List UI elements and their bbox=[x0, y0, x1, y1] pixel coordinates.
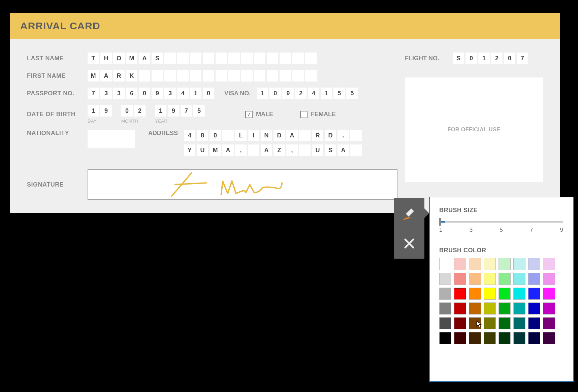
color-swatch[interactable] bbox=[543, 332, 555, 344]
char-cell[interactable] bbox=[222, 130, 234, 141]
char-cell[interactable] bbox=[292, 53, 304, 64]
char-cell[interactable] bbox=[190, 70, 201, 81]
char-cell[interactable]: 5 bbox=[333, 88, 345, 99]
char-cell[interactable]: 7 bbox=[517, 53, 528, 64]
brush-tool-button[interactable] bbox=[394, 198, 424, 228]
color-swatch[interactable] bbox=[543, 302, 555, 315]
char-cell[interactable] bbox=[203, 53, 214, 64]
color-swatch[interactable] bbox=[528, 317, 540, 329]
char-cell[interactable] bbox=[152, 70, 163, 81]
char-cell[interactable] bbox=[248, 144, 259, 156]
cells-dob-day[interactable]: 19 bbox=[88, 105, 112, 117]
color-swatch[interactable] bbox=[528, 258, 540, 270]
char-cell[interactable]: 7 bbox=[181, 105, 192, 117]
color-swatch[interactable] bbox=[513, 332, 525, 344]
color-swatch[interactable] bbox=[454, 302, 466, 315]
char-cell[interactable]: 1 bbox=[88, 105, 99, 117]
color-swatch[interactable] bbox=[469, 302, 481, 315]
char-cell[interactable]: 0 bbox=[210, 130, 221, 141]
color-swatch[interactable] bbox=[454, 273, 466, 285]
char-cell[interactable]: 0 bbox=[504, 53, 515, 64]
color-swatch[interactable] bbox=[528, 288, 540, 300]
color-swatch[interactable] bbox=[513, 273, 525, 285]
cells-dob-year[interactable]: 1975 bbox=[155, 105, 205, 117]
char-cell[interactable]: 3 bbox=[100, 88, 112, 99]
color-swatch[interactable] bbox=[484, 288, 496, 300]
char-cell[interactable] bbox=[216, 53, 227, 64]
char-cell[interactable] bbox=[203, 70, 214, 81]
color-swatch[interactable] bbox=[484, 258, 496, 270]
char-cell[interactable]: 3 bbox=[113, 88, 125, 99]
color-swatch[interactable] bbox=[543, 288, 555, 300]
char-cell[interactable]: 2 bbox=[491, 53, 503, 64]
char-cell[interactable]: T bbox=[88, 53, 99, 64]
char-cell[interactable] bbox=[228, 70, 240, 81]
color-swatch[interactable] bbox=[528, 273, 540, 285]
signature-box[interactable] bbox=[88, 169, 397, 200]
char-cell[interactable]: 4 bbox=[177, 88, 189, 99]
char-cell[interactable] bbox=[299, 144, 311, 156]
char-cell[interactable]: 1 bbox=[190, 88, 201, 99]
color-swatch[interactable] bbox=[454, 317, 466, 329]
checkbox-male[interactable]: ✓ MALE bbox=[245, 111, 273, 118]
char-cell[interactable] bbox=[139, 70, 150, 81]
char-cell[interactable] bbox=[267, 53, 278, 64]
color-swatch[interactable] bbox=[513, 258, 525, 270]
char-cell[interactable]: A bbox=[100, 70, 112, 81]
char-cell[interactable]: O bbox=[113, 53, 125, 64]
color-swatch[interactable] bbox=[484, 273, 496, 285]
cells-flight[interactable]: S01207 bbox=[453, 53, 528, 64]
char-cell[interactable] bbox=[228, 53, 240, 64]
color-swatch[interactable] bbox=[543, 273, 555, 285]
nationality-box[interactable] bbox=[88, 130, 135, 148]
color-swatch[interactable] bbox=[469, 332, 481, 344]
char-cell[interactable]: Z bbox=[274, 144, 285, 156]
char-cell[interactable]: 7 bbox=[88, 88, 99, 99]
char-cell[interactable]: 4 bbox=[184, 130, 195, 141]
color-swatch[interactable] bbox=[499, 288, 511, 300]
cells-dob-month[interactable]: 02 bbox=[121, 105, 146, 117]
char-cell[interactable]: R bbox=[113, 70, 125, 81]
char-cell[interactable] bbox=[241, 53, 253, 64]
color-swatch[interactable] bbox=[439, 273, 451, 285]
char-cell[interactable]: 1 bbox=[321, 88, 332, 99]
color-swatch[interactable] bbox=[469, 258, 481, 270]
color-swatch[interactable] bbox=[513, 317, 525, 329]
char-cell[interactable] bbox=[190, 53, 201, 64]
char-cell[interactable]: Y bbox=[184, 144, 195, 156]
cells-passport[interactable]: 7336093410 bbox=[88, 88, 214, 99]
cells-address-1[interactable]: 480LINDARD. bbox=[184, 130, 362, 141]
brush-size-slider[interactable] bbox=[439, 221, 563, 223]
char-cell[interactable] bbox=[280, 70, 291, 81]
char-cell[interactable]: A bbox=[338, 144, 349, 156]
char-cell[interactable]: 1 bbox=[478, 53, 490, 64]
color-swatch[interactable] bbox=[499, 273, 511, 285]
char-cell[interactable] bbox=[164, 53, 176, 64]
color-swatch[interactable] bbox=[484, 317, 496, 329]
color-swatch[interactable] bbox=[543, 317, 555, 329]
char-cell[interactable]: 2 bbox=[295, 88, 307, 99]
char-cell[interactable]: , bbox=[286, 144, 298, 156]
char-cell[interactable]: 3 bbox=[164, 88, 176, 99]
char-cell[interactable]: U bbox=[197, 144, 208, 156]
char-cell[interactable]: U bbox=[312, 144, 323, 156]
color-swatch[interactable] bbox=[439, 317, 451, 329]
color-swatch[interactable] bbox=[439, 258, 451, 270]
char-cell[interactable]: 0 bbox=[269, 88, 281, 99]
char-cell[interactable] bbox=[254, 53, 265, 64]
char-cell[interactable]: A bbox=[222, 144, 234, 156]
cells-first-name[interactable]: MARK bbox=[88, 70, 317, 81]
cells-visa[interactable]: 10924155 bbox=[257, 88, 358, 99]
color-swatch[interactable] bbox=[439, 332, 451, 344]
color-swatch[interactable] bbox=[484, 332, 496, 344]
char-cell[interactable]: D bbox=[274, 130, 285, 141]
close-tool-button[interactable] bbox=[394, 228, 424, 259]
char-cell[interactable]: S bbox=[453, 53, 464, 64]
char-cell[interactable]: 6 bbox=[126, 88, 137, 99]
color-swatch[interactable] bbox=[439, 288, 451, 300]
color-swatch[interactable] bbox=[454, 258, 466, 270]
char-cell[interactable] bbox=[350, 130, 362, 141]
char-cell[interactable] bbox=[350, 144, 362, 156]
char-cell[interactable]: 8 bbox=[197, 130, 208, 141]
char-cell[interactable]: D bbox=[325, 130, 336, 141]
